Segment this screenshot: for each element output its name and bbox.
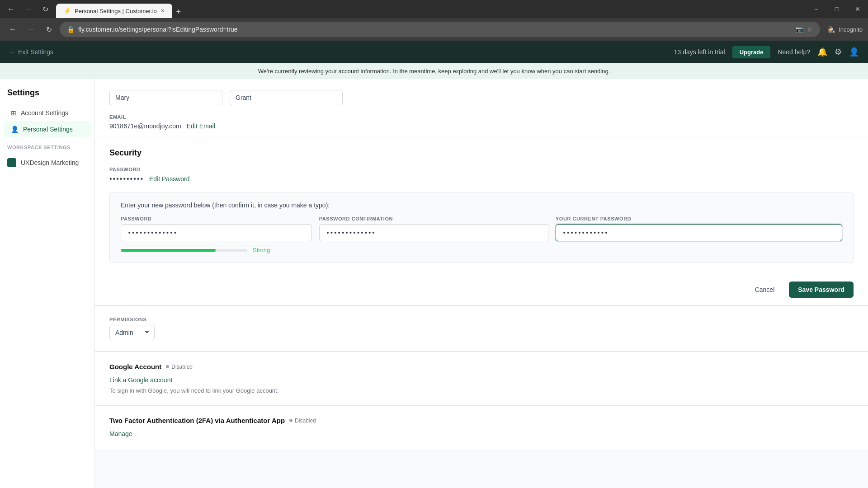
tab-title: Personal Settings | Customer.io xyxy=(75,8,157,14)
email-value: 9018671e@moodjoy.com xyxy=(109,122,181,130)
edit-email-link[interactable]: Edit Email xyxy=(187,122,215,130)
current-password-input[interactable] xyxy=(556,224,842,241)
tfa-status-badge: Disabled xyxy=(289,418,316,424)
confirmation-label: PASSWORD CONFIRMATION xyxy=(319,216,548,221)
tab-icon: ⚡ xyxy=(63,7,71,14)
address-bar[interactable]: 🔒 fly.customer.io/settings/personal?isEd… xyxy=(60,22,820,37)
need-help-button[interactable]: Need help? xyxy=(778,48,810,56)
banner-message: We're currently reviewing your account i… xyxy=(258,68,610,75)
exit-settings-button[interactable]: ← Exit Settings xyxy=(9,48,53,56)
back-nav-button[interactable]: ← xyxy=(5,22,20,37)
back-button[interactable]: ← xyxy=(4,2,18,16)
strength-label: Strong xyxy=(253,247,270,253)
maximize-button[interactable]: □ xyxy=(826,2,847,16)
account-settings-label: Account Settings xyxy=(21,109,68,117)
bookmark-icon[interactable]: ☆ xyxy=(807,26,813,33)
arrow-left-icon: ← xyxy=(9,48,15,56)
settings-icon[interactable]: ⚙ xyxy=(835,47,842,57)
new-password-label: PASSWORD xyxy=(121,216,312,221)
manage-tfa-link[interactable]: Manage xyxy=(109,430,132,437)
security-title: Security xyxy=(109,148,854,158)
workspace-settings-label: WORKSPACE SETTINGS xyxy=(0,137,94,154)
workspace-name: UXDesign Marketing xyxy=(21,159,79,166)
url-text: fly.customer.io/settings/personal?isEdit… xyxy=(78,26,238,33)
strength-fill xyxy=(121,249,216,252)
cancel-button[interactable]: Cancel xyxy=(748,282,782,297)
incognito-icon: 🕵 xyxy=(827,26,835,33)
permissions-select[interactable]: Admin Editor Viewer xyxy=(109,325,155,340)
sidebar: Settings ⊞ Account Settings 👤 Personal S… xyxy=(0,79,95,488)
tab-close-icon[interactable]: ✕ xyxy=(160,8,165,14)
google-description: To sign in with Google, you will need to… xyxy=(109,387,854,394)
link-google-account-link[interactable]: Link a Google account xyxy=(109,376,172,384)
minimize-button[interactable]: − xyxy=(806,2,826,16)
email-label: EMAIL xyxy=(109,114,854,120)
main-content: EMAIL 9018671e@moodjoy.com Edit Email Se… xyxy=(95,79,868,488)
google-status-text: Disabled xyxy=(171,364,193,370)
edit-password-link[interactable]: Edit Password xyxy=(149,175,189,183)
sidebar-item-account-settings[interactable]: ⊞ Account Settings xyxy=(4,105,91,121)
strength-bar xyxy=(121,249,247,252)
forward-nav-button[interactable]: → xyxy=(24,22,38,37)
camera-off-icon: 📷 xyxy=(796,26,803,33)
current-password-label: YOUR CURRENT PASSWORD xyxy=(556,216,842,221)
google-status-dot xyxy=(166,365,169,368)
user-icon: 👤 xyxy=(11,126,19,133)
sidebar-title: Settings xyxy=(0,88,94,105)
grid-icon: ⊞ xyxy=(11,109,16,117)
password-label: PASSWORD xyxy=(109,167,190,172)
exit-settings-label: Exit Settings xyxy=(18,48,53,56)
workspace-icon xyxy=(7,158,16,167)
reload-button[interactable]: ↻ xyxy=(38,2,52,16)
bell-icon[interactable]: 🔔 xyxy=(817,47,827,57)
password-edit-form: Enter your new password below (then conf… xyxy=(109,192,854,263)
new-password-input[interactable] xyxy=(121,224,312,241)
save-password-button[interactable]: Save Password xyxy=(789,282,854,298)
tfa-status-dot xyxy=(289,419,292,422)
first-name-field[interactable] xyxy=(109,90,222,105)
tfa-status-text: Disabled xyxy=(295,418,316,424)
password-instruction: Enter your new password below (then conf… xyxy=(121,202,842,209)
personal-settings-label: Personal Settings xyxy=(23,126,73,133)
upgrade-button[interactable]: Upgrade xyxy=(732,46,771,58)
sidebar-item-workspace[interactable]: UXDesign Marketing xyxy=(0,154,94,172)
last-name-input[interactable] xyxy=(230,90,343,105)
first-name-input[interactable] xyxy=(109,90,222,105)
info-banner: We're currently reviewing your account i… xyxy=(0,63,868,79)
last-name-field[interactable] xyxy=(230,90,343,105)
active-tab[interactable]: ⚡ Personal Settings | Customer.io ✕ xyxy=(56,4,172,18)
incognito-label: Incognito xyxy=(839,26,863,33)
action-row: Cancel Save Password xyxy=(95,274,868,305)
close-button[interactable]: ✕ xyxy=(847,2,868,16)
password-dots: •••••••••• xyxy=(109,175,144,183)
sidebar-item-personal-settings[interactable]: 👤 Personal Settings xyxy=(4,121,91,137)
lock-icon: 🔒 xyxy=(67,26,75,33)
password-confirmation-input[interactable] xyxy=(319,224,548,241)
google-status-badge: Disabled xyxy=(166,364,193,370)
permissions-label: PERMISSIONS xyxy=(109,317,854,322)
user-avatar-icon[interactable]: 👤 xyxy=(849,47,859,57)
google-account-title: Google Account xyxy=(109,363,161,371)
forward-button[interactable]: → xyxy=(21,2,35,16)
new-tab-button[interactable]: + xyxy=(172,5,185,18)
trial-text: 13 days left in trial xyxy=(674,48,725,56)
tfa-title-text: Two Factor Authentication (2FA) via Auth… xyxy=(109,417,285,424)
refresh-button[interactable]: ↻ xyxy=(42,22,56,37)
